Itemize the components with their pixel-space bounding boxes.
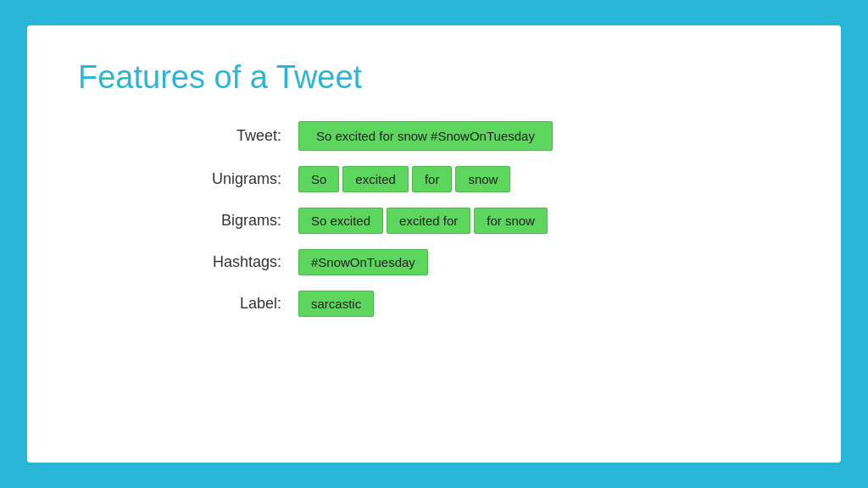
unigram-excited: excited [342, 166, 409, 192]
main-card: Features of a Tweet Tweet: So excited fo… [27, 25, 841, 463]
unigram-so: So [298, 166, 339, 192]
page-title: Features of a Tweet [78, 59, 790, 96]
hashtags-row: Hashtags: #SnowOnTuesday [180, 249, 790, 275]
label-tokens: sarcastic [298, 291, 374, 317]
hashtag-snowontuesday: #SnowOnTuesday [298, 249, 428, 275]
tweet-row: Tweet: So excited for snow #SnowOnTuesda… [180, 121, 790, 151]
bigram-for-snow: for snow [474, 208, 548, 234]
label-label: Label: [180, 295, 281, 313]
features-grid: Tweet: So excited for snow #SnowOnTuesda… [180, 121, 790, 317]
unigrams-tokens: So excited for snow [298, 166, 510, 192]
tweet-label: Tweet: [180, 127, 281, 145]
unigrams-label: Unigrams: [180, 170, 281, 188]
unigram-snow: snow [455, 166, 510, 192]
tweet-token-0: So excited for snow #SnowOnTuesday [298, 121, 553, 151]
bigram-so-excited: So excited [298, 208, 383, 234]
hashtags-tokens: #SnowOnTuesday [298, 249, 428, 275]
bigram-excited-for: excited for [387, 208, 470, 234]
hashtags-label: Hashtags: [180, 253, 281, 271]
bigrams-tokens: So excited excited for for snow [298, 208, 548, 234]
unigram-for: for [412, 166, 453, 192]
label-sarcastic: sarcastic [298, 291, 374, 317]
tweet-tokens: So excited for snow #SnowOnTuesday [298, 121, 553, 151]
label-row: Label: sarcastic [180, 291, 790, 317]
bigrams-label: Bigrams: [180, 212, 281, 230]
bigrams-row: Bigrams: So excited excited for for snow [180, 208, 790, 234]
unigrams-row: Unigrams: So excited for snow [180, 166, 790, 192]
